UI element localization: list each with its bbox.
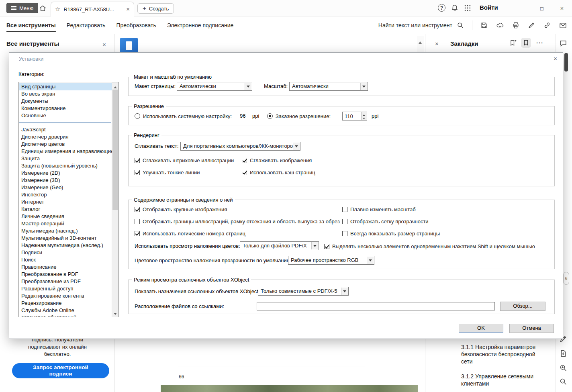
email-button[interactable] bbox=[559, 21, 567, 30]
sign-in-button[interactable]: Войти bbox=[480, 4, 498, 11]
bookmarks-close-icon[interactable] bbox=[435, 40, 439, 48]
tab-esign[interactable]: Электронное подписание bbox=[167, 22, 234, 29]
star-icon[interactable] bbox=[55, 6, 60, 13]
notifications-button[interactable] bbox=[450, 4, 459, 12]
bookmark-toggle-button[interactable] bbox=[521, 38, 531, 48]
category-item[interactable]: Интернет bbox=[19, 198, 112, 206]
category-item[interactable]: JavaScript bbox=[19, 126, 112, 133]
chevron-down-icon[interactable] bbox=[367, 257, 374, 264]
checkbox-box[interactable] bbox=[135, 158, 140, 163]
page-layout-dropdown[interactable]: Автоматически bbox=[177, 82, 252, 91]
add-bookmark-button[interactable] bbox=[509, 39, 517, 47]
bookmark-item[interactable]: 3.1.1 Настройка параметров безопасности … bbox=[461, 343, 541, 365]
custom-resolution-input[interactable]: 110 bbox=[342, 112, 367, 120]
checkbox-logical-page-numbers[interactable]: Использовать логические номера страниц bbox=[135, 230, 245, 237]
spinner-up-icon[interactable] bbox=[362, 112, 367, 116]
help-button[interactable] bbox=[438, 4, 445, 12]
checkbox-transparency-grid[interactable]: Отображать сетку прозрачности bbox=[342, 218, 429, 225]
close-tab-icon[interactable] bbox=[126, 6, 130, 12]
linked-files-location-input[interactable] bbox=[257, 302, 495, 310]
checkbox-box[interactable] bbox=[324, 244, 329, 249]
category-item[interactable]: Защита (повышенный уровень) bbox=[19, 162, 112, 169]
category-item[interactable]: Каталог bbox=[19, 206, 112, 213]
custom-resolution-radio[interactable]: Заказное разрешение: bbox=[267, 112, 331, 120]
fill-sign-button[interactable] bbox=[527, 21, 535, 29]
category-item[interactable]: Рецензирование bbox=[19, 300, 112, 307]
spinner[interactable] bbox=[361, 112, 367, 120]
home-button[interactable] bbox=[39, 4, 47, 12]
checkbox-box[interactable] bbox=[135, 219, 140, 224]
smooth-text-dropdown[interactable]: Для портативных компьютеров/ЖК-мониторов bbox=[180, 142, 300, 151]
scrollbar-up-arrow[interactable] bbox=[112, 82, 118, 89]
checkbox-smooth-line-art[interactable]: Сглаживать штриховые иллюстрации bbox=[135, 157, 234, 164]
checkbox-smooth-images[interactable]: Сглаживать изображения bbox=[242, 157, 312, 164]
menu-button[interactable]: Меню bbox=[6, 3, 38, 13]
create-button[interactable]: Создать bbox=[137, 3, 174, 14]
comments-tool-button[interactable] bbox=[559, 39, 568, 48]
custom-resolution-value[interactable]: 110 bbox=[343, 112, 361, 120]
category-item[interactable]: Редактирование контента bbox=[19, 292, 112, 300]
document-scrollbar-up[interactable] bbox=[417, 36, 424, 52]
overprint-preview-dropdown[interactable]: Только для файлов PDF/X bbox=[240, 241, 319, 250]
checkbox-art-trim-bleed[interactable]: Отображать границы иллюстраций, рамку от… bbox=[135, 218, 340, 225]
share-button[interactable] bbox=[496, 21, 504, 30]
chevron-down-icon[interactable] bbox=[245, 83, 251, 90]
checkbox-box[interactable] bbox=[342, 219, 347, 224]
search-input[interactable]: Найти текст или инструмент bbox=[378, 21, 464, 29]
browse-button[interactable]: Обзор... bbox=[500, 302, 545, 311]
checkbox-box[interactable] bbox=[242, 158, 247, 163]
categories-scrollbar[interactable] bbox=[112, 82, 118, 317]
category-item[interactable]: Комментирование bbox=[19, 105, 112, 112]
scrollbar-down-arrow[interactable] bbox=[112, 310, 118, 317]
category-item[interactable]: Службы Adobe Online bbox=[19, 307, 112, 314]
search-icon[interactable] bbox=[456, 21, 464, 29]
category-item[interactable]: Мультимедиа (наслед.) bbox=[19, 227, 112, 235]
category-item[interactable]: Личные сведения bbox=[19, 213, 112, 220]
document-tab[interactable]: R18867_RT-AX58U... bbox=[51, 2, 134, 16]
category-item-selected[interactable]: Вид страницы bbox=[19, 83, 112, 90]
checkbox-always-show-page-size[interactable]: Всегда показывать размер страницы bbox=[342, 230, 440, 237]
all-tools-close-icon[interactable] bbox=[102, 41, 106, 49]
category-item[interactable]: Расширенный доступ bbox=[19, 285, 112, 292]
bookmarks-options-button[interactable] bbox=[536, 39, 543, 46]
category-item[interactable]: Измерение (2D) bbox=[19, 169, 112, 177]
category-item[interactable]: Документы bbox=[19, 98, 112, 105]
category-item[interactable]: Диспетчер цветов bbox=[19, 141, 112, 148]
category-item[interactable]: Основные bbox=[19, 112, 112, 119]
category-item[interactable]: Измерение (Geo) bbox=[19, 184, 112, 191]
tab-edit[interactable]: Редактировать bbox=[67, 22, 106, 29]
link-button[interactable] bbox=[543, 21, 551, 29]
ok-button[interactable]: OK bbox=[459, 324, 503, 333]
tab-convert[interactable]: Преобразовать bbox=[116, 22, 156, 29]
window-close-button[interactable] bbox=[555, 0, 569, 16]
window-minimize-button[interactable] bbox=[516, 0, 529, 16]
window-maximize-button[interactable] bbox=[535, 0, 549, 16]
category-item[interactable]: Подписи bbox=[19, 249, 112, 256]
checkbox-box[interactable] bbox=[342, 231, 347, 236]
zoom-in-button[interactable] bbox=[559, 363, 568, 372]
bookmark-item[interactable]: 3.1.2 Управление сетевыми клиентами bbox=[461, 373, 541, 387]
dialog-close-icon[interactable] bbox=[554, 55, 557, 63]
checkbox-smooth-zoom[interactable]: Плавно изменять масштаб bbox=[342, 206, 416, 213]
category-item[interactable]: Измерение (3D) bbox=[19, 177, 112, 184]
save-button[interactable] bbox=[480, 21, 488, 29]
checkbox-box[interactable] bbox=[242, 170, 247, 175]
cancel-button[interactable]: Отмена bbox=[509, 324, 554, 333]
chevron-down-icon[interactable] bbox=[293, 143, 300, 150]
category-item[interactable]: Защита bbox=[19, 155, 112, 162]
use-system-resolution-radio[interactable]: Использовать системную настройку: bbox=[135, 112, 232, 120]
category-item[interactable]: Во весь экран bbox=[19, 90, 112, 98]
spinner-down-icon[interactable] bbox=[362, 116, 367, 120]
blend-space-dropdown[interactable]: Рабочее пространство RGB bbox=[288, 256, 374, 265]
category-item[interactable]: Преобразование из PDF bbox=[19, 278, 112, 285]
category-item[interactable]: Поиск bbox=[19, 256, 112, 263]
category-item[interactable]: Преобразование в PDF bbox=[19, 271, 112, 278]
category-item[interactable]: Единицы измерения и направляющие bbox=[19, 148, 112, 155]
zoom-out-button[interactable] bbox=[559, 377, 568, 386]
scrollbar-thumb[interactable] bbox=[112, 90, 118, 210]
checkbox-large-images[interactable]: Отображать крупные изображения bbox=[135, 206, 227, 213]
request-esign-button[interactable]: Запрос электронной подписи bbox=[12, 363, 109, 378]
chevron-down-icon[interactable] bbox=[341, 288, 348, 295]
category-item[interactable]: Мастер операций bbox=[19, 220, 112, 227]
checkbox-shift-multiselect[interactable]: Выделять несколько элементов одновременн… bbox=[324, 243, 535, 250]
